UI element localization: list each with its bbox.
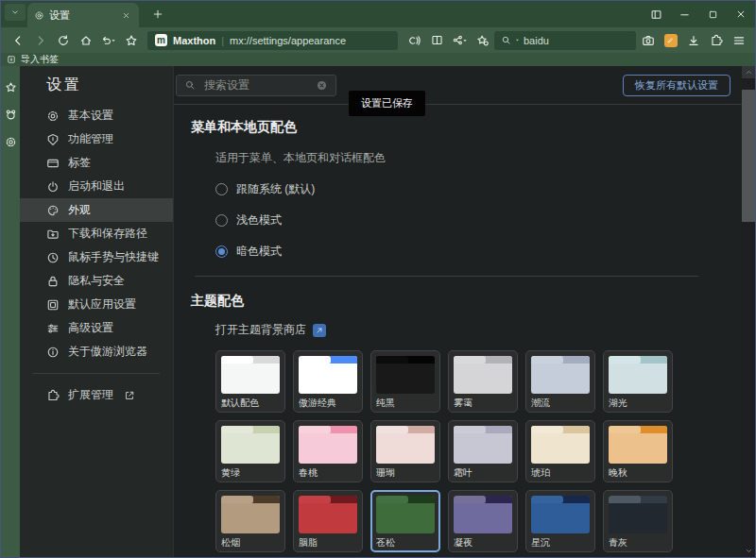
color-mode-option[interactable]: 暗色模式: [215, 244, 742, 260]
menu-colors-subtitle: 适用于菜单、本地页和对话框配色: [215, 150, 742, 166]
theme-label: 胭脂: [299, 538, 357, 548]
favorites-manager-button[interactable]: [472, 30, 493, 51]
tab-list-button[interactable]: [5, 4, 26, 21]
download-icon: [687, 34, 700, 47]
sidebar-item-appearance[interactable]: 外观: [20, 198, 173, 222]
page-title: 设置: [20, 66, 173, 104]
theme-card[interactable]: 默认配色: [215, 350, 285, 413]
color-mode-option[interactable]: 跟随系统 (默认): [215, 181, 742, 197]
theme-card[interactable]: 霜叶: [448, 420, 518, 482]
radio-checked-icon[interactable]: [215, 245, 228, 258]
sidebar-item-extensions[interactable]: 扩展管理: [20, 383, 173, 407]
theme-swatch: [299, 496, 357, 533]
sidebar-item-gestures[interactable]: 鼠标手势与快捷键: [20, 245, 173, 269]
undo-button[interactable]: [97, 30, 119, 51]
back-button[interactable]: [7, 30, 28, 51]
puzzle-icon: [46, 389, 60, 402]
settings-search-box[interactable]: [176, 75, 336, 96]
restore-defaults-button[interactable]: 恢复所有默认设置: [623, 75, 730, 96]
theme-card[interactable]: 湖光: [603, 350, 673, 413]
sidebar-item-default-apps[interactable]: 默认应用设置: [20, 293, 173, 316]
sidebar-item-startup[interactable]: 启动和退出: [20, 175, 173, 198]
tab-title: 设置: [49, 8, 114, 23]
theme-card[interactable]: 雾霭: [448, 350, 518, 413]
sidebar-item-label: 启动和退出: [68, 178, 125, 194]
sidebar-item-downloads[interactable]: 下载和保存路径: [20, 222, 173, 245]
minimize-button[interactable]: [670, 1, 698, 27]
section-title-menu-colors: 菜单和本地页配色: [191, 119, 742, 136]
sidebar-item-advanced[interactable]: 高级设置: [20, 316, 173, 340]
maximize-button[interactable]: [698, 1, 727, 27]
reload-button[interactable]: [52, 30, 74, 51]
badge-icon: [46, 133, 60, 146]
theme-card[interactable]: 苍松: [370, 490, 440, 552]
sidebar-item-label: 下载和保存路径: [68, 226, 147, 242]
voice-reading-button[interactable]: [404, 30, 425, 51]
reader-mode-button[interactable]: [426, 30, 448, 51]
new-tab-button[interactable]: [147, 4, 168, 25]
palette-icon: [46, 204, 60, 217]
scrollbar-thumb[interactable]: [742, 90, 755, 222]
gear-icon: [34, 10, 44, 21]
radio-unchecked-icon[interactable]: [215, 214, 228, 227]
theme-card[interactable]: 黄绿: [215, 420, 285, 482]
address-bar[interactable]: m Maxthon | mx://settings/appearance: [147, 31, 398, 50]
theme-card[interactable]: 傲游经典: [293, 350, 363, 413]
theme-card[interactable]: 星沉: [525, 490, 595, 552]
favorite-button[interactable]: [120, 30, 142, 51]
scroll-down-arrow[interactable]: [742, 545, 755, 557]
quick-search-box[interactable]: baidu: [494, 31, 636, 50]
clear-search-icon[interactable]: [316, 79, 328, 92]
sidebar-item-privacy[interactable]: 隐私与安全: [20, 269, 173, 293]
maxthon-panda-icon[interactable]: [3, 107, 18, 122]
notes-button[interactable]: [660, 30, 681, 51]
theme-label: 晚秋: [609, 468, 667, 478]
theme-card[interactable]: 青灰: [603, 490, 673, 552]
scrollbar[interactable]: [742, 66, 755, 557]
sidebar-item-tabs[interactable]: 标签: [20, 151, 173, 175]
sidebar-item-features[interactable]: 功能管理: [20, 127, 173, 151]
bookmarks-bar: 导入书签: [1, 53, 755, 66]
downloads-button[interactable]: [682, 30, 704, 51]
theme-swatch: [454, 426, 512, 464]
screenshot-button[interactable]: [637, 30, 659, 51]
sidebar-item-about[interactable]: 关于傲游浏览器: [20, 340, 173, 364]
theme-store-row: 打开主题背景商店: [215, 322, 742, 338]
minimize-icon: [679, 8, 691, 21]
import-bookmarks-link[interactable]: 导入书签: [21, 55, 59, 64]
theme-label: 星沉: [531, 538, 590, 548]
theme-card[interactable]: 晚秋: [603, 420, 673, 482]
color-mode-option[interactable]: 浅色模式: [215, 212, 742, 228]
theme-card[interactable]: 潮流: [525, 350, 595, 413]
theme-card[interactable]: 琥珀: [525, 420, 595, 482]
settings-search-input[interactable]: [202, 77, 309, 93]
external-link-icon[interactable]: [313, 324, 326, 337]
radio-unchecked-icon[interactable]: [215, 183, 228, 195]
app-region: 设置 基本设置功能管理标签启动和退出外观下载和保存路径鼠标手势与快捷键隐私与安全…: [1, 66, 755, 557]
share-button[interactable]: [449, 30, 471, 51]
scroll-up-arrow[interactable]: [742, 66, 755, 78]
close-window-button[interactable]: [727, 1, 755, 27]
theme-card[interactable]: 松烟: [215, 490, 285, 552]
home-button[interactable]: [75, 30, 96, 51]
extensions-button[interactable]: [705, 30, 727, 51]
sidebar-item-label: 隐私与安全: [68, 273, 125, 289]
sidebar-item-label: 鼠标手势与快捷键: [68, 249, 159, 265]
theme-card[interactable]: 珊瑚: [370, 420, 440, 482]
theme-swatch: [609, 426, 667, 464]
theme-card[interactable]: 凝夜: [448, 490, 518, 552]
theme-card[interactable]: 纯黑: [370, 350, 440, 413]
favorites-star-icon[interactable]: [3, 79, 18, 94]
tab-close-button[interactable]: [119, 8, 132, 22]
theme-card[interactable]: 春桃: [293, 420, 363, 482]
theme-card[interactable]: 胭脂: [293, 490, 363, 552]
layout-button[interactable]: [642, 1, 670, 27]
settings-gear-icon[interactable]: [3, 134, 18, 149]
tab-settings[interactable]: 设置: [27, 3, 139, 27]
main-menu-button[interactable]: [728, 30, 749, 51]
settings-body: 菜单和本地页配色 适用于菜单、本地页和对话框配色 跟随系统 (默认)浅色模式暗色…: [174, 105, 742, 557]
sidebar-item-basic[interactable]: 基本设置: [20, 104, 173, 127]
forward-button[interactable]: [29, 30, 51, 51]
brand-label: Maxthon: [173, 35, 215, 46]
theme-store-link[interactable]: 打开主题背景商店: [215, 322, 306, 338]
